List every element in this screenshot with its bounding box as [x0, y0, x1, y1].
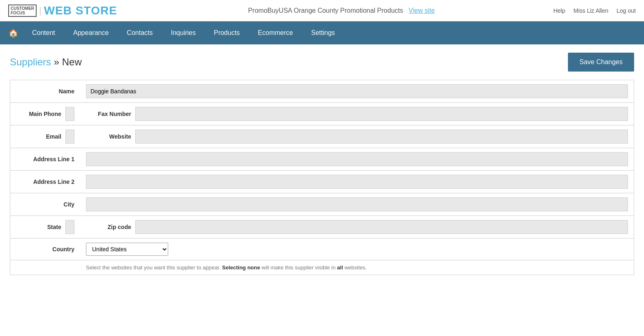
- city-label: City: [10, 193, 81, 216]
- country-row: Country United States Canada United King…: [10, 239, 634, 260]
- email-input[interactable]: [65, 130, 74, 144]
- state-input[interactable]: [65, 220, 74, 234]
- footer-note-label-cell: [10, 260, 81, 275]
- website-label: Website: [86, 133, 135, 140]
- addr1-row: Address Line 1: [10, 148, 634, 171]
- nav-item-contacts[interactable]: Contacts: [118, 21, 162, 44]
- fax-input[interactable]: [135, 107, 628, 121]
- suppliers-breadcrumb-link[interactable]: Suppliers: [10, 56, 51, 67]
- country-cell: United States Canada United Kingdom Aust…: [80, 239, 634, 260]
- addr1-cell: [80, 148, 634, 171]
- addr2-label: Address Line 2: [10, 171, 81, 193]
- email-website-row: Email Website: [10, 125, 634, 148]
- phone-cell: Main Phone: [10, 103, 81, 125]
- email-cell: Email: [10, 125, 81, 148]
- addr1-input[interactable]: [86, 152, 628, 166]
- nav-home-icon[interactable]: 🏠: [3, 21, 23, 44]
- nav-item-appearance[interactable]: Appearance: [64, 21, 118, 44]
- nav-item-settings[interactable]: Settings: [302, 21, 344, 44]
- zip-label: Zip code: [86, 224, 135, 230]
- footer-note-cell: Select the websites that you want this s…: [80, 260, 634, 275]
- main-phone-input[interactable]: [65, 107, 74, 121]
- nav-item-inquiries[interactable]: Inquiries: [162, 21, 204, 44]
- country-select[interactable]: United States Canada United Kingdom Aust…: [86, 243, 168, 256]
- footer-note-row: Select the websites that you want this s…: [10, 260, 634, 275]
- state-zip-row: State Zip code: [10, 216, 634, 239]
- breadcrumb-current: New: [62, 56, 82, 67]
- fax-label: Fax Number: [86, 111, 135, 117]
- city-input[interactable]: [86, 197, 628, 211]
- site-title: PromoBuyUSA Orange County Promotional Pr…: [130, 7, 554, 14]
- logo-webstore-text: WEB STORE: [44, 4, 117, 17]
- logo-customer-text: CUSTOMERFOCUS: [8, 5, 37, 17]
- main-nav: 🏠 Content Appearance Contacts Inquiries …: [0, 21, 644, 44]
- help-link[interactable]: Help: [554, 7, 565, 14]
- state-label: State: [16, 224, 65, 230]
- page-title: Suppliers » New: [10, 56, 82, 68]
- logout-link[interactable]: Log out: [616, 7, 636, 14]
- website-cell: Website: [80, 125, 634, 148]
- name-label: Name: [10, 80, 81, 103]
- view-site-link[interactable]: View site: [409, 7, 435, 14]
- logo: CUSTOMERFOCUS | WEB STORE: [8, 4, 117, 17]
- email-label: Email: [16, 133, 65, 140]
- user-name: Miss Liz Allen: [573, 7, 608, 14]
- addr2-input[interactable]: [86, 175, 628, 189]
- website-input[interactable]: [135, 130, 628, 144]
- name-cell: [80, 80, 634, 103]
- phone-fax-row: Main Phone Fax Number: [10, 103, 634, 125]
- city-row: City: [10, 193, 634, 216]
- site-name-text: PromoBuyUSA Orange County Promotional Pr…: [248, 7, 403, 14]
- breadcrumb-separator: »: [54, 56, 62, 67]
- nav-item-ecommerce[interactable]: Ecommerce: [249, 21, 302, 44]
- zip-cell: Zip code: [80, 216, 634, 239]
- city-cell: [80, 193, 634, 216]
- name-row: Name: [10, 80, 634, 103]
- addr2-row: Address Line 2: [10, 171, 634, 193]
- nav-item-products[interactable]: Products: [205, 21, 249, 44]
- main-phone-label: Main Phone: [16, 111, 65, 117]
- addr1-label: Address Line 1: [10, 148, 81, 171]
- state-cell: State: [10, 216, 81, 239]
- addr2-cell: [80, 171, 634, 193]
- country-label: Country: [10, 239, 81, 260]
- nav-item-content[interactable]: Content: [23, 21, 64, 44]
- header-actions: Help Miss Liz Allen Log out: [554, 7, 636, 14]
- fax-cell: Fax Number: [80, 103, 634, 125]
- save-changes-button[interactable]: Save Changes: [568, 53, 634, 72]
- zip-input[interactable]: [135, 220, 628, 234]
- supplier-form: Name Main Phone Fax Number: [10, 80, 634, 275]
- name-input[interactable]: [86, 84, 628, 98]
